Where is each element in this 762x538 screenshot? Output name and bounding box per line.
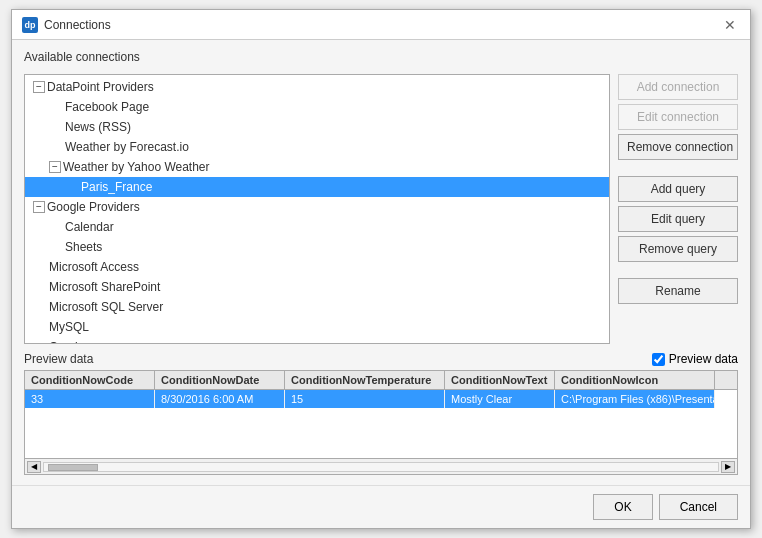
table-column-header: ConditionNowIcon xyxy=(555,371,715,389)
tree-item[interactable]: Paris_France xyxy=(25,177,609,197)
table-body: 338/30/2016 6:00 AM15Mostly ClearC:\Prog… xyxy=(25,390,737,458)
tree-item[interactable]: −Weather by Yahoo Weather xyxy=(25,157,609,177)
tree-item[interactable]: −Google Providers xyxy=(25,197,609,217)
connections-tree[interactable]: −DataPoint ProvidersFacebook PageNews (R… xyxy=(24,74,610,344)
tree-item[interactable]: Microsoft SharePoint xyxy=(25,277,609,297)
table-row[interactable]: 338/30/2016 6:00 AM15Mostly ClearC:\Prog… xyxy=(25,390,737,408)
tree-item[interactable]: Microsoft Access xyxy=(25,257,609,277)
available-connections-label: Available connections xyxy=(24,50,738,64)
connections-dialog: dp Connections ✕ Available connections −… xyxy=(11,9,751,529)
dialog-title: Connections xyxy=(44,18,111,32)
tree-item[interactable]: Microsoft SQL Server xyxy=(25,297,609,317)
scroll-left-arrow[interactable]: ◀ xyxy=(27,461,41,473)
scroll-track[interactable] xyxy=(43,462,719,472)
title-bar-left: dp Connections xyxy=(22,17,111,33)
tree-item[interactable]: −DataPoint Providers xyxy=(25,77,609,97)
dialog-body: Available connections −DataPoint Provide… xyxy=(12,40,750,485)
close-button[interactable]: ✕ xyxy=(720,15,740,35)
tree-item[interactable]: Oracle xyxy=(25,337,609,344)
preview-checkbox[interactable] xyxy=(652,353,665,366)
table-column-header: ConditionNowText xyxy=(445,371,555,389)
preview-checkbox-label[interactable]: Preview data xyxy=(669,352,738,366)
tree-item[interactable]: Weather by Forecast.io xyxy=(25,137,609,157)
rename-button[interactable]: Rename xyxy=(618,278,738,304)
tree-item[interactable]: Sheets xyxy=(25,237,609,257)
tree-item[interactable]: Calendar xyxy=(25,217,609,237)
preview-header: Preview data Preview data xyxy=(24,352,738,366)
data-table: ConditionNowCodeConditionNowDateConditio… xyxy=(24,370,738,459)
table-cell: 15 xyxy=(285,390,445,408)
remove-query-button[interactable]: Remove query xyxy=(618,236,738,262)
edit-query-button[interactable]: Edit query xyxy=(618,206,738,232)
right-buttons: Add connection Edit connection Remove co… xyxy=(618,74,738,344)
tree-item[interactable]: MySQL xyxy=(25,317,609,337)
scroll-right-arrow[interactable]: ▶ xyxy=(721,461,735,473)
add-query-button[interactable]: Add query xyxy=(618,176,738,202)
table-cell: 8/30/2016 6:00 AM xyxy=(155,390,285,408)
add-connection-button[interactable]: Add connection xyxy=(618,74,738,100)
scroll-thumb[interactable] xyxy=(48,464,98,471)
dialog-footer: OK Cancel xyxy=(12,485,750,528)
title-bar: dp Connections ✕ xyxy=(12,10,750,40)
table-cell: C:\Program Files (x86)\Presentat xyxy=(555,390,715,408)
cancel-button[interactable]: Cancel xyxy=(659,494,738,520)
preview-section: Preview data Preview data ConditionNowCo… xyxy=(24,352,738,475)
tree-item[interactable]: News (RSS) xyxy=(25,117,609,137)
table-header: ConditionNowCodeConditionNowDateConditio… xyxy=(25,371,737,390)
dialog-icon: dp xyxy=(22,17,38,33)
remove-connection-button[interactable]: Remove connection xyxy=(618,134,738,160)
edit-connection-button[interactable]: Edit connection xyxy=(618,104,738,130)
horizontal-scrollbar[interactable]: ◀ ▶ xyxy=(24,459,738,475)
table-column-header: ConditionNowDate xyxy=(155,371,285,389)
preview-checkbox-area: Preview data xyxy=(652,352,738,366)
table-cell: Mostly Clear xyxy=(445,390,555,408)
table-column-header: ConditionNowTemperature xyxy=(285,371,445,389)
table-column-header: ConditionNowCode xyxy=(25,371,155,389)
preview-label: Preview data xyxy=(24,352,93,366)
table-cell: 33 xyxy=(25,390,155,408)
ok-button[interactable]: OK xyxy=(593,494,652,520)
tree-item[interactable]: Facebook Page xyxy=(25,97,609,117)
main-area: −DataPoint ProvidersFacebook PageNews (R… xyxy=(24,74,738,344)
